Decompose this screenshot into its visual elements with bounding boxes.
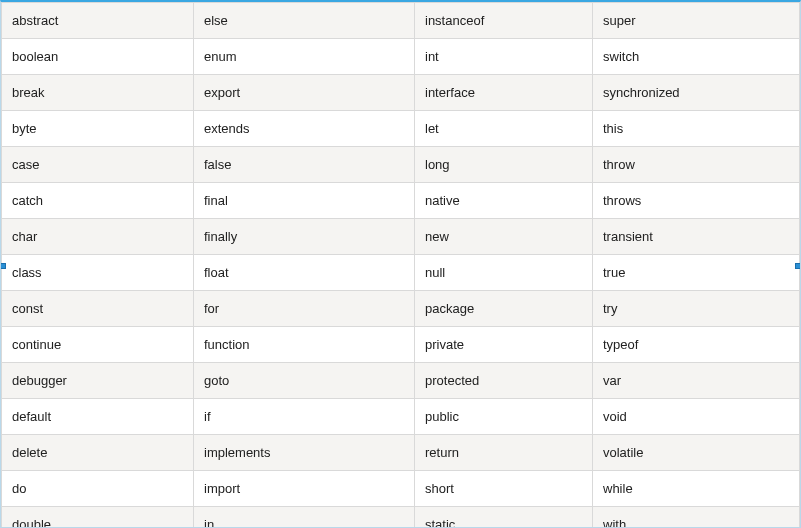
keyword-cell: instanceof [415, 3, 593, 39]
table-row: casefalselongthrow [2, 147, 800, 183]
keyword-cell: while [593, 471, 800, 507]
keyword-cell: double [2, 507, 194, 529]
keyword-cell: with [593, 507, 800, 529]
keyword-cell: short [415, 471, 593, 507]
keyword-table: abstractelseinstanceofsuperbooleanenumin… [1, 2, 800, 528]
keyword-cell: typeof [593, 327, 800, 363]
table-row: constforpackagetry [2, 291, 800, 327]
table-row: debuggergotoprotectedvar [2, 363, 800, 399]
keyword-cell: implements [194, 435, 415, 471]
keyword-cell: null [415, 255, 593, 291]
keyword-cell: if [194, 399, 415, 435]
keyword-cell: private [415, 327, 593, 363]
table-row: byteextendsletthis [2, 111, 800, 147]
keyword-cell: in [194, 507, 415, 529]
keyword-cell: true [593, 255, 800, 291]
keyword-cell: extends [194, 111, 415, 147]
keyword-cell: static [415, 507, 593, 529]
keyword-table-frame: abstractelseinstanceofsuperbooleanenumin… [0, 0, 801, 528]
keyword-cell: new [415, 219, 593, 255]
table-row: booleanenumintswitch [2, 39, 800, 75]
keyword-cell: abstract [2, 3, 194, 39]
keyword-cell: try [593, 291, 800, 327]
keyword-cell: case [2, 147, 194, 183]
keyword-cell: return [415, 435, 593, 471]
keyword-cell: default [2, 399, 194, 435]
keyword-cell: super [593, 3, 800, 39]
table-row: classfloatnulltrue [2, 255, 800, 291]
keyword-cell: export [194, 75, 415, 111]
keyword-cell: finally [194, 219, 415, 255]
keyword-cell: protected [415, 363, 593, 399]
table-row: deleteimplementsreturnvolatile [2, 435, 800, 471]
keyword-cell: let [415, 111, 593, 147]
keyword-cell: long [415, 147, 593, 183]
selection-handle-right[interactable] [795, 263, 801, 269]
keyword-cell: int [415, 39, 593, 75]
table-row: continuefunctionprivatetypeof [2, 327, 800, 363]
table-row: doubleinstaticwith [2, 507, 800, 529]
keyword-cell: break [2, 75, 194, 111]
keyword-cell: false [194, 147, 415, 183]
keyword-cell: transient [593, 219, 800, 255]
table-row: doimportshortwhile [2, 471, 800, 507]
keyword-cell: do [2, 471, 194, 507]
keyword-cell: boolean [2, 39, 194, 75]
keyword-cell: this [593, 111, 800, 147]
keyword-cell: debugger [2, 363, 194, 399]
keyword-cell: package [415, 291, 593, 327]
table-row: charfinallynewtransient [2, 219, 800, 255]
keyword-cell: native [415, 183, 593, 219]
keyword-cell: delete [2, 435, 194, 471]
keyword-cell: var [593, 363, 800, 399]
keyword-cell: throw [593, 147, 800, 183]
keyword-cell: enum [194, 39, 415, 75]
table-row: catchfinalnativethrows [2, 183, 800, 219]
keyword-cell: function [194, 327, 415, 363]
keyword-cell: import [194, 471, 415, 507]
keyword-cell: interface [415, 75, 593, 111]
keyword-cell: void [593, 399, 800, 435]
keyword-cell: else [194, 3, 415, 39]
keyword-cell: goto [194, 363, 415, 399]
keyword-cell: catch [2, 183, 194, 219]
keyword-cell: char [2, 219, 194, 255]
table-row: breakexportinterfacesynchronized [2, 75, 800, 111]
keyword-cell: volatile [593, 435, 800, 471]
table-row: abstractelseinstanceofsuper [2, 3, 800, 39]
keyword-cell: continue [2, 327, 194, 363]
keyword-cell: final [194, 183, 415, 219]
keyword-cell: float [194, 255, 415, 291]
keyword-cell: synchronized [593, 75, 800, 111]
keyword-cell: const [2, 291, 194, 327]
table-row: defaultifpublicvoid [2, 399, 800, 435]
keyword-cell: throws [593, 183, 800, 219]
keyword-cell: switch [593, 39, 800, 75]
keyword-cell: class [2, 255, 194, 291]
keyword-cell: public [415, 399, 593, 435]
selection-handle-left[interactable] [0, 263, 6, 269]
keyword-cell: for [194, 291, 415, 327]
keyword-cell: byte [2, 111, 194, 147]
